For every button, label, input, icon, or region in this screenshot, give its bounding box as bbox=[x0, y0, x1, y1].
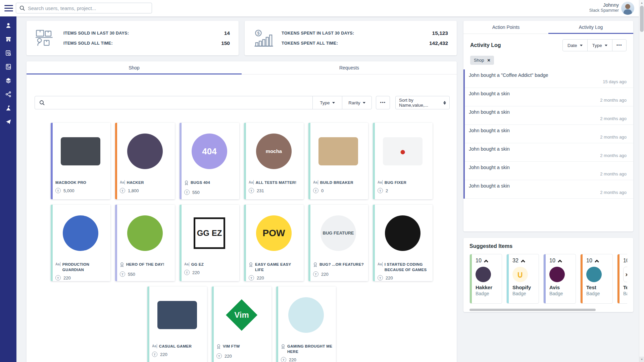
text-item-icon bbox=[249, 180, 254, 185]
upvote-chevron-icon[interactable] bbox=[521, 259, 525, 264]
text-item-icon bbox=[152, 344, 157, 348]
suggested-item-name: Test bbox=[586, 285, 610, 290]
sidebar bbox=[0, 16, 16, 362]
token-icon bbox=[249, 188, 254, 193]
shop-item-card[interactable]: GAMING BROUGHT ME HERE 220 bbox=[276, 287, 336, 362]
upvote-chevron-icon[interactable] bbox=[595, 259, 599, 264]
item-accent-bar bbox=[212, 287, 214, 362]
hamburger-menu-icon[interactable] bbox=[4, 5, 13, 12]
scroll-down-arrow-icon[interactable]: ▼ bbox=[639, 357, 644, 362]
activity-entry-text: John bought a skin bbox=[469, 128, 627, 133]
shop-item-card[interactable]: GG EZ GG EZ 220 bbox=[180, 205, 239, 281]
type-filter-dropdown[interactable]: Type bbox=[312, 96, 342, 109]
activity-entry: John bought a skin 2 months ago bbox=[465, 143, 633, 162]
stat-label: ITEMS SOLD ALL TIME: bbox=[63, 41, 113, 46]
svg-text:$: $ bbox=[257, 31, 259, 36]
shop-item-card[interactable]: CASUAL GAMER 220 bbox=[147, 287, 207, 362]
shop-item-card[interactable]: I STARTED CODING BECAUSE OF GAMES 220 bbox=[373, 205, 433, 281]
item-accent-bar bbox=[115, 205, 117, 281]
vertical-scrollbar[interactable]: ▲ ▼ bbox=[639, 0, 644, 362]
suggested-item-image bbox=[586, 267, 602, 282]
item-accent-bar bbox=[244, 205, 246, 281]
suggested-item-card[interactable]: 32 ∪ Shopify Badge bbox=[506, 254, 539, 304]
item-price: 231 bbox=[257, 188, 264, 193]
rarity-filter-dropdown[interactable]: Rarity bbox=[342, 96, 371, 109]
suggested-items-panel: Suggested Items 10 Hakker Badge bbox=[463, 238, 633, 312]
date-filter-dropdown[interactable]: Date bbox=[563, 40, 587, 51]
activity-entry-text: John bought a skin bbox=[469, 183, 627, 189]
shop-item-card[interactable]: mocha ALL TESTS MATTER! 231 bbox=[244, 123, 304, 199]
sidebar-item-integrations[interactable] bbox=[0, 87, 16, 101]
sidebar-item-reports[interactable] bbox=[0, 60, 16, 73]
suggested-item-name: Hakker bbox=[476, 285, 500, 290]
suggested-accent-bar bbox=[617, 254, 620, 303]
activity-panel: Action Points Activity Log Activity Log … bbox=[463, 21, 633, 231]
user-info: Johnny Slack Spammer bbox=[589, 2, 619, 13]
tab-shop[interactable]: Shop bbox=[27, 61, 242, 74]
suggested-item-card[interactable]: 10 Test Badge bbox=[580, 254, 613, 304]
close-icon[interactable]: ✕ bbox=[487, 58, 490, 63]
upvote-chevron-icon[interactable] bbox=[558, 259, 562, 264]
item-image: GG EZ bbox=[194, 217, 225, 249]
item-price: 550 bbox=[128, 272, 135, 277]
shop-filter-chip[interactable]: Shop ✕ bbox=[470, 56, 494, 65]
item-price: 0 bbox=[321, 188, 324, 193]
stat-card: $ TOKENS SPENT IN LAST 30 DAYS: 15,123 T… bbox=[245, 21, 457, 55]
item-image bbox=[385, 215, 420, 251]
item-name: GAMING BROUGHT ME HERE bbox=[287, 344, 333, 354]
type-filter-dropdown[interactable]: Type bbox=[587, 40, 612, 51]
shop-item-card[interactable]: Vim VIM FTW bbox=[212, 287, 271, 362]
suggested-accent-bar bbox=[470, 254, 472, 303]
shop-item-card[interactable]: ● BUG FIXER 2 bbox=[373, 123, 433, 199]
shop-item-card[interactable]: MACBOOK PRO 5,000 bbox=[51, 123, 110, 199]
items-grid: MACBOOK PRO 5,000 bbox=[49, 123, 435, 362]
sidebar-item-shop[interactable] bbox=[0, 32, 16, 46]
item-image: ● bbox=[383, 137, 423, 165]
item-accent-bar bbox=[373, 123, 375, 199]
item-accent-bar bbox=[276, 287, 278, 362]
activity-entry-text: John bought a skin bbox=[469, 146, 627, 152]
suggested-item-card[interactable]: 10 Avis Badge bbox=[543, 254, 576, 304]
tab-activity-log[interactable]: Activity Log bbox=[548, 21, 633, 34]
more-filters-button[interactable]: ••• bbox=[376, 96, 390, 109]
tab-action-points[interactable]: Action Points bbox=[463, 21, 548, 34]
item-accent-bar bbox=[180, 123, 182, 199]
item-price: 220 bbox=[321, 272, 329, 277]
search-icon bbox=[19, 5, 25, 11]
shop-item-card[interactable]: BUG FEATURE BUG? ...OR FEATURE? bbox=[308, 205, 368, 281]
token-icon bbox=[281, 357, 286, 362]
shop-item-card[interactable]: 404 BUGS 404 bbox=[180, 123, 239, 199]
sidebar-item-users[interactable] bbox=[0, 18, 16, 32]
shop-item-card[interactable]: BUILD BREAKER 0 bbox=[308, 123, 368, 199]
avatar[interactable] bbox=[621, 2, 634, 15]
scrollbar-thumb[interactable] bbox=[640, 6, 644, 32]
shop-item-card[interactable]: PRODUCTION GUARDIAN 220 bbox=[51, 205, 110, 281]
suggested-item-card[interactable]: 10 x o x Test Badge bbox=[617, 254, 627, 304]
ellipsis-icon: ••• bbox=[380, 100, 386, 105]
shop-item-card[interactable]: HERO OF THE DAY! 550 bbox=[115, 205, 175, 281]
suggested-item-name: Avis bbox=[549, 285, 574, 290]
item-accent-bar bbox=[308, 205, 310, 281]
scroll-up-arrow-icon[interactable]: ▲ bbox=[639, 0, 644, 5]
sidebar-item-layers[interactable] bbox=[0, 73, 16, 87]
more-activity-filters-button[interactable]: ••• bbox=[612, 40, 626, 51]
sidebar-item-goals[interactable] bbox=[0, 101, 16, 115]
stat-value: 150 bbox=[221, 40, 230, 46]
upvote-chevron-icon[interactable] bbox=[484, 259, 488, 264]
sidebar-item-orders[interactable] bbox=[0, 46, 16, 60]
item-search-input[interactable] bbox=[49, 96, 312, 109]
ellipsis-icon: ••• bbox=[616, 43, 622, 48]
global-search-input[interactable] bbox=[28, 5, 152, 11]
horizontal-scrollbar-thumb[interactable] bbox=[469, 309, 596, 311]
shop-item-card[interactable]: POW EASY GAME EASY LIFE bbox=[244, 205, 304, 281]
stats-row: ITEMS SOLD IN LAST 30 DAYS: 14 ITEMS SOL… bbox=[27, 21, 457, 55]
sidebar-item-send[interactable] bbox=[0, 115, 16, 128]
item-accent-bar bbox=[147, 287, 149, 362]
suggested-item-card[interactable]: 10 Hakker Badge bbox=[469, 254, 502, 304]
tab-requests[interactable]: Requests bbox=[242, 61, 457, 74]
sort-select[interactable]: Sort by Name,value,... bbox=[395, 96, 450, 109]
global-search[interactable] bbox=[16, 3, 152, 13]
activity-entry-text: John bought a skin bbox=[469, 165, 627, 170]
item-name: BUG? ...OR FEATURE? bbox=[319, 262, 364, 267]
shop-item-card[interactable]: HACKER 1,800 bbox=[115, 123, 175, 199]
